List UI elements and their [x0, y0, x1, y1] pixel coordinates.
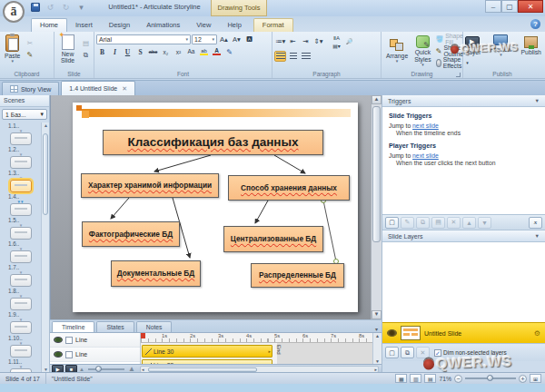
- slide-thumbnail[interactable]: [10, 345, 32, 358]
- bullets-button[interactable]: ≔▾: [274, 36, 286, 47]
- text-direction-button[interactable]: ⅡA: [331, 34, 342, 41]
- highlight-color-button[interactable]: ab: [198, 46, 210, 57]
- clear-formatting-button[interactable]: 🅰: [243, 34, 255, 44]
- copy-trigger-button[interactable]: ⧉: [416, 217, 430, 229]
- tab-timeline[interactable]: Timeline: [52, 321, 94, 332]
- align-text-button[interactable]: ▤▾: [331, 42, 342, 49]
- player-trigger-item[interactable]: Jump to next slide: [389, 152, 539, 159]
- scroll-down-icon[interactable]: ▼: [372, 310, 382, 319]
- scene-item-1.2[interactable]: 1.2..▾: [1, 146, 41, 169]
- scrollbar-thumb[interactable]: [148, 368, 257, 372]
- paste-button[interactable]: Paste ▾: [2, 34, 23, 64]
- zoom-out-mountain-icon[interactable]: ▲: [79, 367, 84, 372]
- duplicate-slide-button[interactable]: ⧉: [80, 50, 92, 61]
- line-spacing-button[interactable]: ⇕▾: [312, 36, 324, 47]
- lock-checkbox[interactable]: [65, 351, 73, 358]
- align-left-button[interactable]: [274, 51, 286, 62]
- timeline-vertical-scrollbar[interactable]: ▲ ▼: [372, 333, 382, 364]
- view-slide-button[interactable]: ▥: [410, 374, 421, 383]
- shape-title-box[interactable]: Классификация баз данных: [103, 130, 323, 155]
- zoom-in-button[interactable]: +: [519, 375, 527, 383]
- increase-indent-button[interactable]: ⇥: [300, 36, 312, 47]
- ribbon-tab-format[interactable]: Format: [253, 18, 293, 32]
- timeline-zoom-slider[interactable]: [88, 368, 124, 370]
- edit-trigger-button[interactable]: ✎: [401, 217, 414, 229]
- scene-item-1.4[interactable]: 1.4..▾▾: [1, 193, 41, 216]
- underline-button[interactable]: U: [122, 46, 134, 57]
- zoom-slider[interactable]: [465, 377, 516, 379]
- delete-trigger-button[interactable]: ✕: [447, 217, 461, 229]
- triggers-panel-header[interactable]: Triggers ▼: [382, 95, 545, 107]
- slide-tab[interactable]: 1.4 Untitled Slide ✕: [61, 81, 135, 95]
- close-button[interactable]: ✕: [518, 0, 543, 13]
- scroll-up-icon[interactable]: ▲: [375, 333, 380, 338]
- next-slide-link[interactable]: next slide: [412, 152, 439, 159]
- playhead-icon[interactable]: [141, 333, 145, 338]
- shape-box-storage-method[interactable]: Способ хранения данных: [228, 175, 350, 201]
- lock-checkbox[interactable]: [65, 337, 73, 344]
- scrollbar-thumb[interactable]: [372, 106, 381, 242]
- strikethrough-button[interactable]: abc: [147, 46, 159, 57]
- scene-item-1.7[interactable]: 1.7..▾: [1, 264, 41, 287]
- slide-trigger-item[interactable]: Jump to next slide: [389, 122, 539, 129]
- decrease-indent-button[interactable]: ⇤: [287, 36, 299, 47]
- subscript-button[interactable]: x₂: [160, 46, 172, 57]
- find-button[interactable]: 🔎: [343, 36, 355, 47]
- scene-item-1.1[interactable]: 1.1..▾: [1, 122, 41, 145]
- font-color-button[interactable]: A: [211, 46, 223, 57]
- slide-thumbnail[interactable]: [10, 180, 32, 192]
- visibility-eye-icon[interactable]: [54, 351, 63, 358]
- font-family-select[interactable]: Arial▾: [96, 34, 191, 44]
- delete-layer-button[interactable]: ✕: [416, 347, 430, 358]
- help-icon[interactable]: ?: [530, 19, 540, 29]
- align-center-button[interactable]: [287, 51, 299, 62]
- ribbon-tab-animations[interactable]: Animations: [138, 19, 188, 32]
- save-button[interactable]: [29, 2, 41, 13]
- slide-thumbnail[interactable]: [10, 156, 32, 169]
- text-shadow-button[interactable]: S: [134, 46, 146, 57]
- undo-button[interactable]: ↺: [45, 2, 56, 13]
- close-tab-icon[interactable]: ✕: [122, 85, 127, 93]
- arrange-button[interactable]: Arrange ▾: [383, 38, 411, 64]
- slide-thumbnail[interactable]: [10, 298, 32, 310]
- dim-layers-checkbox[interactable]: ✓ Dim non-selected layers: [434, 349, 507, 357]
- base-layer-row[interactable]: Untitled Slide ⚙: [382, 322, 545, 343]
- shape-box-centralized[interactable]: Централизованные БД: [223, 226, 323, 252]
- ribbon-tab-design[interactable]: Design: [101, 19, 138, 32]
- scene-item-1.6[interactable]: 1.6..▾: [1, 240, 41, 263]
- slide-canvas[interactable]: Классификация баз данных Характер храним…: [73, 103, 358, 312]
- slide-thumbnail[interactable]: [10, 250, 32, 263]
- slide-thumbnail[interactable]: [10, 132, 32, 145]
- bold-button[interactable]: B: [96, 46, 108, 57]
- app-logo[interactable]: ā: [3, 1, 25, 23]
- dialog-launcher-icon[interactable]: [456, 73, 461, 77]
- change-case-button[interactable]: Aa: [185, 46, 197, 57]
- preview-button[interactable]: Preview ▾: [487, 34, 514, 57]
- minimize-button[interactable]: –: [485, 0, 501, 13]
- scenes-scrollbar[interactable]: ▲ ▼: [41, 122, 49, 372]
- zoom-out-button[interactable]: −: [454, 375, 462, 383]
- manage-variables-button[interactable]: x: [529, 217, 542, 229]
- new-trigger-button[interactable]: ▢: [385, 217, 399, 229]
- slider-knob[interactable]: [487, 375, 493, 381]
- quick-styles-button[interactable]: Quick Styles ▾: [411, 34, 434, 66]
- timeline-object-row[interactable]: Line: [50, 348, 140, 362]
- layer-eye-icon[interactable]: [387, 329, 397, 337]
- redo-button[interactable]: ↻: [60, 2, 72, 13]
- timeline-menu-chevron-icon[interactable]: ▾: [375, 326, 378, 332]
- italic-button[interactable]: I: [109, 46, 121, 57]
- player-button[interactable]: ▶ Player: [461, 35, 483, 56]
- scene-item-1.10[interactable]: 1.10..▾: [1, 335, 41, 358]
- scene-item-1.9[interactable]: 1.9..▾: [1, 311, 41, 334]
- scrollbar-thumb[interactable]: [43, 133, 48, 215]
- slide-layers-panel-header[interactable]: Slide Layers ▼: [382, 230, 545, 242]
- align-right-button[interactable]: [300, 51, 312, 62]
- bar-resize-handle[interactable]: ▸: [268, 348, 271, 354]
- view-feedback-button[interactable]: ▤: [424, 374, 436, 383]
- timeline-ruler[interactable]: 1s2s3s4s5s6s7s8s9s: [141, 333, 372, 343]
- scene-item-1.5[interactable]: 1.5..▾: [1, 217, 41, 240]
- slide-thumbnail[interactable]: [10, 321, 32, 334]
- timeline-bar-line30[interactable]: Line 30 ▸: [142, 345, 272, 358]
- new-layer-button[interactable]: ▢: [385, 347, 399, 358]
- shape-box-documentary[interactable]: Документальные БД: [111, 260, 201, 287]
